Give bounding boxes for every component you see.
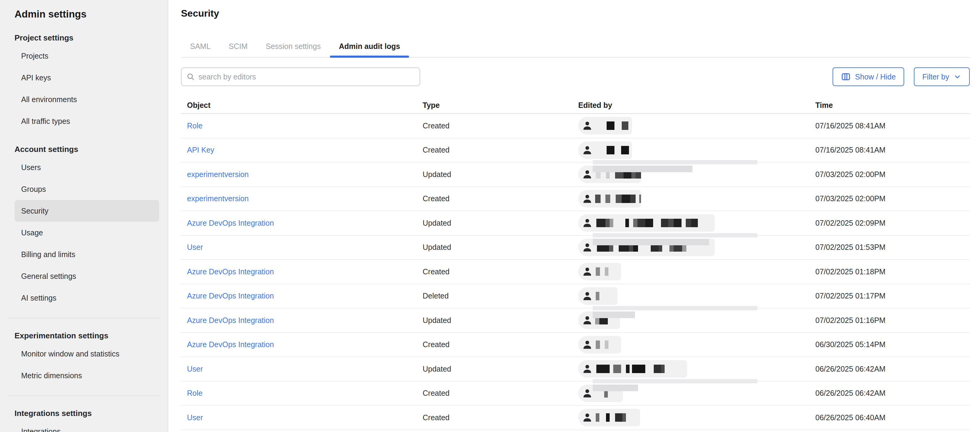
type-cell: Created [423, 146, 578, 154]
filter-by-button[interactable]: Filter by [914, 67, 970, 86]
time-cell: 07/02/2025 01:18PM [815, 267, 970, 276]
search-box[interactable] [181, 67, 420, 86]
table-header: Object Type Edited by Time [181, 97, 970, 114]
sidebar-item-groups[interactable]: Groups [14, 178, 159, 200]
column-header-object: Object [181, 101, 423, 110]
person-icon [582, 218, 593, 229]
redacted-text-block [686, 219, 691, 227]
type-cell: Deleted [423, 292, 578, 300]
table-row[interactable]: Azure DevOps IntegrationUpdated07/02/202… [181, 308, 970, 333]
sidebar-item-projects[interactable]: Projects [14, 45, 159, 67]
redaction-bar-long [593, 160, 757, 164]
table-row[interactable]: RoleCreated06/26/2025 06:42AM [181, 381, 970, 406]
object-link[interactable]: Azure DevOps Integration [187, 340, 274, 349]
time-cell: 06/26/2025 06:42AM [815, 389, 970, 397]
redacted-text-block [605, 267, 608, 276]
sidebar-item-ai-settings[interactable]: AI settings [14, 287, 159, 309]
tab-admin-audit-logs[interactable]: Admin audit logs [330, 35, 409, 57]
search-icon [186, 73, 195, 81]
object-link[interactable]: Azure DevOps Integration [187, 316, 274, 324]
sidebar-item-security[interactable]: Security [14, 200, 159, 222]
edited-by-cell [578, 114, 815, 138]
object-cell: experimentversion [181, 170, 423, 179]
time-cell: 07/03/2025 02:00PM [815, 194, 970, 203]
time-cell: 07/02/2025 01:16PM [815, 316, 970, 325]
redacted-text-block [596, 340, 600, 349]
table-row[interactable]: Azure DevOps IntegrationDeleted07/02/202… [181, 284, 970, 309]
table-row[interactable]: RoleCreated07/16/2025 08:41AM [181, 114, 970, 138]
object-link[interactable]: User [187, 413, 203, 422]
table-row[interactable]: experimentversionCreated07/03/2025 02:00… [181, 187, 970, 211]
table-row[interactable]: experimentversionUpdated07/03/2025 02:00… [181, 162, 970, 187]
redacted-text-block [630, 195, 636, 203]
object-cell: Azure DevOps Integration [181, 292, 423, 300]
table-row[interactable]: UserCreated06/26/2025 06:40AM [181, 406, 970, 430]
sidebar: Admin settings Project settingsProjectsA… [0, 0, 168, 432]
edited-by-cell [578, 284, 815, 308]
sidebar-item-general-settings[interactable]: General settings [14, 265, 159, 287]
type-cell: Updated [423, 243, 578, 252]
object-link[interactable]: Role [187, 121, 202, 130]
sidebar-item-all-environments[interactable]: All environments [14, 89, 159, 110]
redacted-text-block [615, 413, 622, 422]
time-cell: 07/02/2025 01:53PM [815, 243, 970, 252]
object-link[interactable]: Role [187, 389, 202, 397]
object-link[interactable]: User [187, 365, 203, 373]
search-input[interactable] [199, 73, 415, 81]
show-hide-button[interactable]: Show / Hide [832, 67, 904, 86]
object-link[interactable]: User [187, 243, 203, 251]
editor-pill [578, 360, 687, 378]
sidebar-sections: Project settingsProjectsAPI keysAll envi… [7, 33, 161, 432]
editor-pill [578, 336, 621, 353]
sidebar-item-users[interactable]: Users [14, 157, 159, 178]
person-icon [582, 169, 593, 180]
object-cell: User [181, 243, 423, 252]
redacted-text-block [607, 121, 614, 130]
tab-session-settings[interactable]: Session settings [257, 35, 330, 57]
object-cell: User [181, 365, 423, 373]
redacted-text-block [622, 413, 626, 422]
main-content: Security SAMLSCIMSession settingsAdmin a… [168, 0, 980, 432]
redacted-text-block [661, 219, 668, 227]
sidebar-item-usage[interactable]: Usage [14, 222, 159, 243]
sidebar-item-metric-dimensions[interactable]: Metric dimensions [14, 365, 159, 386]
app-window: Admin settings Project settingsProjectsA… [0, 0, 980, 432]
person-icon [582, 339, 593, 350]
table-row[interactable]: API KeyCreated07/16/2025 08:41AM [181, 138, 970, 163]
redacted-text-block [596, 267, 600, 276]
object-link[interactable]: API Key [187, 146, 214, 154]
object-cell: User [181, 413, 423, 422]
redacted-text-block [645, 219, 653, 227]
tab-scim[interactable]: SCIM [220, 35, 257, 57]
object-cell: Azure DevOps Integration [181, 340, 423, 349]
sidebar-item-all-traffic-types[interactable]: All traffic types [14, 110, 159, 132]
redacted-text-block [596, 292, 599, 300]
table-row[interactable]: UserUpdated07/02/2025 01:53PM [181, 236, 970, 260]
table-row[interactable]: Azure DevOps IntegrationUpdated07/02/202… [181, 211, 970, 236]
table-row[interactable]: UserUpdated06/26/2025 06:42AM [181, 357, 970, 381]
person-icon [582, 145, 593, 156]
redacted-text-block [621, 146, 629, 154]
edited-by-cell [578, 308, 815, 332]
object-link[interactable]: experimentversion [187, 194, 249, 203]
editor-pill [578, 117, 632, 135]
redaction-bar-short [593, 311, 635, 318]
redacted-text-block [609, 219, 613, 227]
object-link[interactable]: Azure DevOps Integration [187, 292, 274, 300]
sidebar-item-api-keys[interactable]: API keys [14, 67, 159, 89]
table-row[interactable]: Azure DevOps IntegrationCreated06/30/202… [181, 333, 970, 357]
object-link[interactable]: Azure DevOps Integration [187, 267, 274, 276]
sidebar-item-billing-and-limits[interactable]: Billing and limits [14, 243, 159, 265]
table-row[interactable]: Azure DevOps IntegrationCreated07/02/202… [181, 260, 970, 284]
edited-by-cell [578, 381, 815, 405]
tab-saml[interactable]: SAML [181, 35, 220, 57]
redacted-text-block [639, 195, 641, 203]
object-cell: Azure DevOps Integration [181, 219, 423, 227]
sidebar-item-monitor-window-and-statistics[interactable]: Monitor window and statistics [14, 343, 159, 365]
object-link[interactable]: experimentversion [187, 170, 249, 178]
sidebar-item-integrations[interactable]: Integrations [14, 421, 159, 432]
object-link[interactable]: Azure DevOps Integration [187, 219, 274, 227]
sidebar-divider [7, 395, 161, 396]
person-icon [582, 412, 593, 423]
redacted-text-block [691, 219, 698, 227]
